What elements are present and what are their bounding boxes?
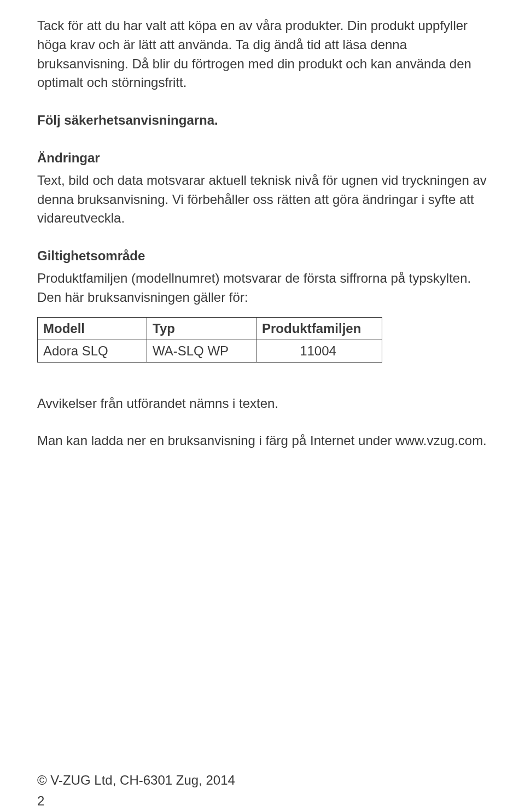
changes-heading: Ändringar	[37, 149, 488, 168]
table-cell-typ: WA-SLQ WP	[147, 340, 256, 362]
download-paragraph: Man kan ladda ner en bruksanvisning i fä…	[37, 431, 488, 451]
scope-heading: Giltighetsområde	[37, 247, 488, 266]
page-number: 2	[37, 793, 44, 809]
table-header-row: Modell Typ Produktfamiljen	[38, 317, 382, 340]
table-cell-produktfamiljen: 11004	[256, 340, 382, 362]
table-row: Adora SLQ WA-SLQ WP 11004	[38, 340, 382, 362]
intro-paragraph: Tack för att du har valt att köpa en av …	[37, 16, 488, 92]
changes-body: Text, bild och data motsvarar aktuell te…	[37, 171, 488, 228]
follow-safety-text: Följ säkerhetsanvisningarna.	[37, 113, 218, 127]
deviation-paragraph: Avvikelser från utförandet nämns i texte…	[37, 394, 488, 413]
table-header-modell: Modell	[38, 317, 147, 340]
table-header-typ: Typ	[147, 317, 256, 340]
scope-body: Produktfamiljen (modellnumret) motsvarar…	[37, 269, 488, 307]
table-header-produktfamiljen: Produktfamiljen	[256, 317, 382, 340]
table-cell-modell: Adora SLQ	[38, 340, 147, 362]
follow-safety-paragraph: Följ säkerhetsanvisningarna.	[37, 111, 488, 130]
model-table: Modell Typ Produktfamiljen Adora SLQ WA-…	[37, 317, 382, 363]
copyright-footer: © V-ZUG Ltd, CH-6301 Zug, 2014	[37, 770, 235, 790]
